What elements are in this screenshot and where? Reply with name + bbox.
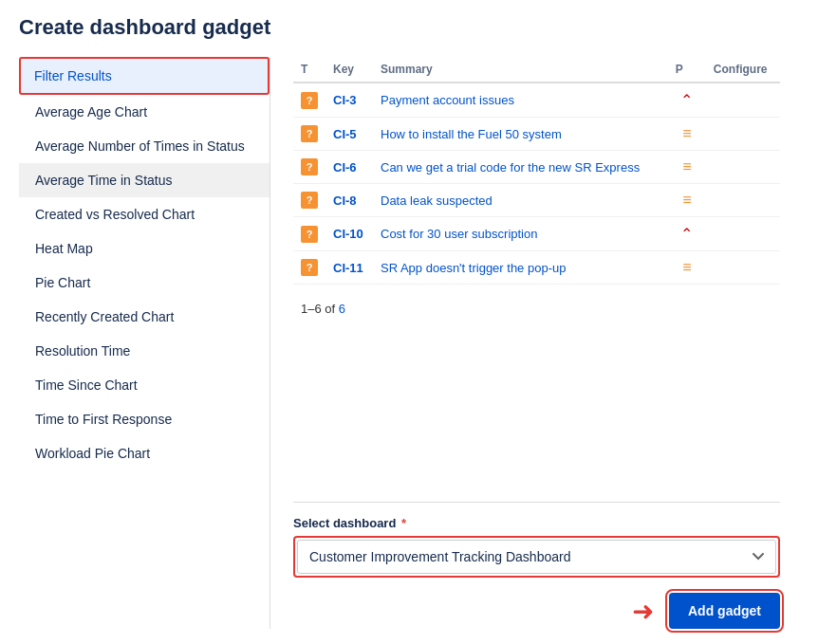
- issue-summary[interactable]: Payment account issues: [373, 83, 668, 118]
- sidebar-item-recently-created[interactable]: Recently Created Chart: [19, 300, 270, 334]
- issue-key[interactable]: CI-8: [325, 184, 373, 217]
- sidebar-item-average-number-of-times[interactable]: Average Number of Times in Status: [19, 129, 270, 163]
- sidebar-item-filter-results[interactable]: Filter Results: [19, 57, 270, 95]
- col-header-key: Key: [325, 57, 373, 83]
- col-header-configure: Configure: [706, 57, 780, 83]
- configure-cell: [706, 251, 780, 285]
- select-dashboard-label: Select dashboard *: [293, 516, 780, 530]
- issue-priority: ≡: [668, 184, 706, 217]
- content-area: T Key Summary P Configure ?CI-3Payment a…: [270, 57, 799, 629]
- pagination-total: 6: [339, 302, 345, 316]
- issue-priority: ≡: [668, 151, 706, 184]
- priority-med-icon: ≡: [682, 125, 691, 141]
- sidebar: Filter ResultsAverage Age ChartAverage N…: [19, 57, 270, 629]
- table-row: ?CI-11SR App doesn't trigger the pop-up≡: [293, 251, 780, 285]
- issue-type-icon: ?: [293, 251, 325, 285]
- configure-cell: [706, 217, 780, 251]
- issue-priority: ⌃: [668, 217, 706, 251]
- configure-cell: [706, 118, 780, 151]
- add-gadget-button[interactable]: Add gadget: [669, 593, 780, 629]
- issue-priority: ≡: [668, 118, 706, 151]
- action-row: ➜ Add gadget: [293, 593, 780, 629]
- pagination-range: 1–6: [301, 302, 322, 316]
- sidebar-item-created-vs-resolved[interactable]: Created vs Resolved Chart: [19, 197, 270, 231]
- table-row: ?CI-8Data leak suspected≡: [293, 184, 780, 217]
- priority-med-icon: ≡: [682, 158, 691, 175]
- issue-type-icon: ?: [293, 151, 325, 184]
- sidebar-item-resolution-time[interactable]: Resolution Time: [19, 334, 270, 368]
- issue-priority: ⌃: [668, 83, 706, 118]
- sidebar-item-time-since-chart[interactable]: Time Since Chart: [19, 368, 270, 402]
- issue-key[interactable]: CI-5: [325, 118, 373, 151]
- main-layout: Filter ResultsAverage Age ChartAverage N…: [19, 57, 799, 629]
- configure-cell: [706, 184, 780, 217]
- pagination: 1–6 of 6: [301, 302, 780, 316]
- arrow-indicator: ➜: [632, 596, 654, 627]
- page-title: Create dashboard gadget: [19, 15, 799, 40]
- table-row: ?CI-5How to install the Fuel 50 system≡: [293, 118, 780, 151]
- dashboard-select[interactable]: Customer Improvement Tracking DashboardM…: [297, 540, 776, 574]
- issue-type-icon: ?: [293, 83, 325, 118]
- issue-type-icon: ?: [293, 217, 325, 251]
- results-table: T Key Summary P Configure ?CI-3Payment a…: [293, 57, 780, 285]
- table-row: ?CI-6Can we get a trial code for the new…: [293, 151, 780, 184]
- select-wrapper: Customer Improvement Tracking DashboardM…: [293, 536, 780, 578]
- issue-summary[interactable]: Data leak suspected: [373, 184, 668, 217]
- main-container: Create dashboard gadget Filter ResultsAv…: [0, 0, 818, 644]
- priority-up-icon: ⌃: [680, 92, 693, 108]
- sidebar-item-workload-pie-chart[interactable]: Workload Pie Chart: [19, 436, 270, 470]
- sidebar-item-average-time-in-status[interactable]: Average Time in Status: [19, 163, 270, 197]
- issue-priority: ≡: [668, 251, 706, 285]
- col-header-t: T: [293, 57, 325, 83]
- sidebar-item-average-age-chart[interactable]: Average Age Chart: [19, 95, 270, 129]
- sidebar-item-time-to-first-response[interactable]: Time to First Response: [19, 402, 270, 436]
- select-section: Select dashboard * Customer Improvement …: [293, 502, 780, 629]
- issue-key[interactable]: CI-6: [325, 151, 373, 184]
- sidebar-item-pie-chart[interactable]: Pie Chart: [19, 266, 270, 300]
- issue-type-icon: ?: [293, 118, 325, 151]
- configure-cell: [706, 83, 780, 118]
- pagination-of: of: [325, 302, 338, 316]
- sidebar-item-heat-map[interactable]: Heat Map: [19, 231, 270, 266]
- issue-type-icon: ?: [293, 184, 325, 217]
- issue-summary[interactable]: How to install the Fuel 50 system: [373, 118, 668, 151]
- priority-med-icon: ≡: [682, 259, 691, 275]
- issue-summary[interactable]: SR App doesn't trigger the pop-up: [373, 251, 668, 285]
- issue-key[interactable]: CI-3: [325, 83, 373, 118]
- issue-summary[interactable]: Cost for 30 user subscription: [373, 217, 668, 251]
- issue-summary[interactable]: Can we get a trial code for the new SR E…: [373, 151, 668, 184]
- configure-cell: [706, 151, 780, 184]
- col-header-p: P: [668, 57, 706, 83]
- table-row: ?CI-3Payment account issues⌃: [293, 83, 780, 118]
- priority-up-icon: ⌃: [680, 226, 693, 242]
- priority-med-icon: ≡: [682, 192, 691, 208]
- issue-key[interactable]: CI-11: [325, 251, 373, 285]
- col-header-summary: Summary: [373, 57, 668, 83]
- table-row: ?CI-10Cost for 30 user subscription⌃: [293, 217, 780, 251]
- issue-key[interactable]: CI-10: [325, 217, 373, 251]
